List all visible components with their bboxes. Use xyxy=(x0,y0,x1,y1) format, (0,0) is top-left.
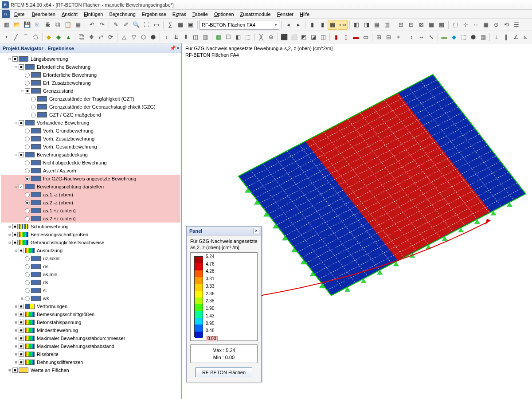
tb-m2[interactable]: ⊟ xyxy=(406,20,416,30)
t2-y5[interactable]: ▦ xyxy=(478,32,488,42)
node-as-ratio[interactable]: As,erf / As,vorh xyxy=(1,167,180,175)
t2-v3[interactable]: ◩ xyxy=(299,32,308,42)
tb-grid[interactable]: ▦ xyxy=(481,20,491,30)
node-betonstahl[interactable]: ⊞■Betonstahlspannung xyxy=(1,318,180,326)
t2-l2[interactable]: ⇊ xyxy=(172,32,181,42)
tb-save[interactable]: 💾 xyxy=(22,20,32,30)
tb-m5[interactable]: ▩ xyxy=(437,20,446,30)
menu-bearbeiten[interactable]: Bearbeiten xyxy=(29,11,58,18)
t2-w2[interactable]: ⊟ xyxy=(384,32,393,42)
node-ausnutzung[interactable]: ⊟■Ausnutzung xyxy=(1,246,180,254)
node-maxdurch[interactable]: ⊞■Maximaler Bewehrungsstabdurchmesser xyxy=(1,334,180,342)
node-bemessung2[interactable]: ⊞■Bemessungsschnittgrößen xyxy=(1,310,180,318)
node-grenzzustand[interactable]: ⊟■Grenzzustand xyxy=(1,87,180,95)
t2-y2[interactable]: ◆ xyxy=(450,32,459,42)
t2-g1[interactable]: ▦ xyxy=(214,32,223,42)
t2-poly[interactable]: ⬠ xyxy=(31,32,40,42)
tb-cube[interactable]: ⬚ xyxy=(450,20,460,30)
tb-m1[interactable]: ⊞ xyxy=(396,20,406,30)
node-laengsbewehrung[interactable]: ⊟■Längsbewehrung xyxy=(1,55,180,63)
t2-a2[interactable]: ◆ xyxy=(54,32,63,42)
t2-y4[interactable]: ⬢ xyxy=(469,32,478,42)
node-gzg-nachweis[interactable]: Für GZG-Nachweis angesetzte Bewehrung xyxy=(1,175,180,183)
tb-zoomext[interactable]: ⛶ xyxy=(141,20,151,30)
t2-pt[interactable]: • xyxy=(2,32,11,42)
node-gzg[interactable]: Grenzzustände der Gebrauchstauglichkeit … xyxy=(1,103,180,111)
tb-redo[interactable]: ↷ xyxy=(97,20,107,30)
node-sl[interactable]: sl xyxy=(1,286,180,294)
tb-open[interactable]: 📂 xyxy=(12,20,22,30)
node-abdeckung[interactable]: ⊟■Bewehrungsabdeckung xyxy=(1,151,180,159)
t2-g3[interactable]: ◧ xyxy=(234,32,243,42)
node-vorh-zusatz[interactable]: Vorh. Zusatzbewehrung xyxy=(1,135,180,143)
node-uz[interactable]: uz,lokal xyxy=(1,254,180,262)
t2-mv[interactable]: ✥ xyxy=(87,32,96,42)
tb-prev[interactable]: ◂ xyxy=(283,20,293,30)
menu-einfuegen[interactable]: Einfügen xyxy=(81,11,106,18)
rf-beton-button[interactable]: RF-BETON Flächen xyxy=(196,368,252,377)
tb-edit1[interactable]: ✎ xyxy=(111,20,121,30)
t2-x3[interactable]: ⤡ xyxy=(426,32,436,42)
node-gzt-gzg[interactable]: GZT / GZG maßgebend xyxy=(1,111,180,119)
t2-s1[interactable]: △ xyxy=(119,32,129,42)
t2-v2[interactable]: ⬜ xyxy=(289,32,298,42)
node-asmin[interactable]: as,min xyxy=(1,270,180,278)
tb-new[interactable]: ▥ xyxy=(2,20,12,30)
navigator-tree[interactable]: ⊟■Längsbewehrung ⊟■Erforderliche Bewehru… xyxy=(0,53,181,399)
node-sigma[interactable]: σs xyxy=(1,262,180,270)
tb-bar2[interactable]: ▮ xyxy=(317,20,327,30)
tb-print[interactable]: 🖶 xyxy=(43,20,52,30)
t2-y3[interactable]: ⬚ xyxy=(459,32,468,42)
menu-ansicht[interactable]: Ansicht xyxy=(59,11,80,18)
t2-l4[interactable]: ◫ xyxy=(191,32,200,42)
node-schub[interactable]: ⊞■Schubbewehrung xyxy=(1,223,180,231)
node-richtung-darstellen[interactable]: ⊟✓Bewehrungsrichtung darstellen xyxy=(1,183,180,191)
node-erf-bewehrung[interactable]: Erforderliche Bewehrung xyxy=(1,71,180,79)
t2-g4[interactable]: ⬚ xyxy=(243,32,253,42)
menu-hilfe[interactable]: Hilfe xyxy=(297,11,312,18)
t2-z2[interactable]: ∥ xyxy=(501,32,511,42)
nav-close-icon[interactable]: × xyxy=(177,45,180,51)
t2-cp[interactable]: ⿻ xyxy=(77,32,86,42)
node-erf-bewehrung-grp[interactable]: ⊟■Erforderliche Bewehrung xyxy=(1,63,180,71)
tb-edit2[interactable]: ✐ xyxy=(121,20,131,30)
color-scale-panel[interactable]: Panel × Für GZG-Nachweis angesetzte as,2… xyxy=(186,226,262,382)
node-vorh-bewehrung[interactable]: ⊟■Vorhandene Bewehrung xyxy=(1,119,180,127)
t2-rt[interactable]: ⟳ xyxy=(106,32,115,42)
tb-dim[interactable]: ↔ xyxy=(471,20,481,30)
t2-l3[interactable]: ⬇ xyxy=(181,32,191,42)
tb-sel[interactable]: ▭ xyxy=(152,20,161,30)
tb-calc[interactable]: ∑ xyxy=(165,20,175,30)
node-vorh-grund[interactable]: Vorh. Grundbewehrung xyxy=(1,127,180,135)
t2-v1[interactable]: ⬛ xyxy=(279,32,289,42)
t2-z4[interactable]: ⊾ xyxy=(521,32,530,42)
node-verformungen[interactable]: ⊞■Verformungen xyxy=(1,302,180,310)
panel-close-icon[interactable]: × xyxy=(253,228,259,234)
tb-grp1[interactable]: ◧ xyxy=(352,20,361,30)
t2-l1[interactable]: ↓ xyxy=(162,32,171,42)
tb-grp2[interactable]: ◨ xyxy=(362,20,372,30)
tb-m4[interactable]: ▦ xyxy=(426,20,436,30)
t2-v4[interactable]: ◪ xyxy=(309,32,318,42)
t2-x2[interactable]: ↔ xyxy=(417,32,426,42)
nav-pin-icon[interactable]: 📌 xyxy=(170,45,176,51)
t2-z3[interactable]: ∠ xyxy=(511,32,520,42)
tb-save2[interactable]: ⎘ xyxy=(32,20,42,30)
tb-node[interactable]: ⊙ xyxy=(491,20,501,30)
t2-y1[interactable]: ▬ xyxy=(440,32,449,42)
t2-r1[interactable]: ▮ xyxy=(332,32,341,42)
node-as1-unten[interactable]: as,1,+z (unten) xyxy=(1,207,180,215)
node-vorh-gesamt[interactable]: Vorh. Gesamtbewehrung xyxy=(1,143,180,151)
node-as1-oben[interactable]: as,1,-z (oben) xyxy=(1,191,180,199)
t2-l5[interactable]: ▥ xyxy=(201,32,210,42)
tb-next[interactable]: ▸ xyxy=(293,20,303,30)
t2-s3[interactable]: ⬡ xyxy=(139,32,148,42)
tb-rot[interactable]: ⟲ xyxy=(501,20,511,30)
t2-h2[interactable]: ⊕ xyxy=(266,32,276,42)
menu-optionen[interactable]: Optionen xyxy=(211,11,237,18)
menu-ergebnisse[interactable]: Ergebnisse xyxy=(139,11,169,18)
t2-a3[interactable]: ▲ xyxy=(64,32,73,42)
node-wk[interactable]: ⊞wk xyxy=(1,294,180,302)
t2-arc[interactable]: ⌒ xyxy=(21,32,31,42)
node-nicht-abgedeckt[interactable]: Nicht abgedeckte Bewehrung xyxy=(1,159,180,167)
